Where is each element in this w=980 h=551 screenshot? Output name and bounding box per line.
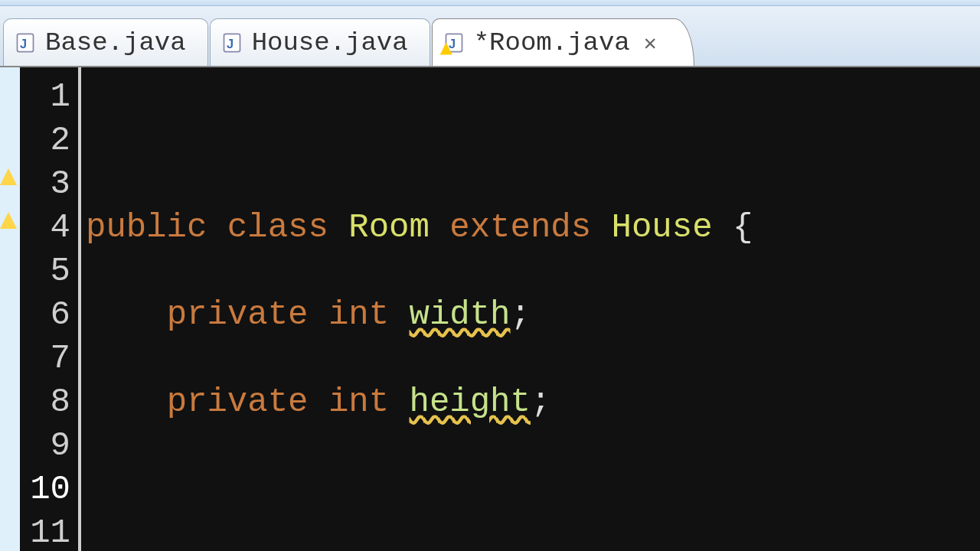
java-file-icon: J (221, 32, 243, 54)
svg-text:J: J (227, 37, 234, 51)
code-area[interactable]: public class Room extends House { privat… (81, 67, 980, 551)
java-file-icon: J (443, 32, 465, 54)
tab-house-java[interactable]: J House.java (210, 18, 430, 66)
close-icon[interactable]: ✕ (644, 30, 657, 56)
line-number: 1 (20, 75, 70, 119)
code-line (86, 468, 980, 511)
tab-base-java[interactable]: J Base.java (3, 18, 208, 66)
code-line: private int width; (86, 293, 980, 337)
line-number: 4 (20, 206, 70, 249)
tab-label: Base.java (45, 28, 186, 57)
line-number: 5 (20, 249, 70, 293)
line-number: 7 (20, 337, 70, 380)
line-number: 2 (20, 119, 70, 162)
code-line: public class Room extends House { (86, 206, 980, 249)
svg-text:J: J (20, 37, 27, 51)
code-line (86, 119, 980, 162)
line-number: 6 (20, 293, 70, 337)
tab-bar: J Base.java J House.java J *Room.java ✕ (0, 6, 980, 67)
warning-icon[interactable] (0, 212, 17, 229)
svg-text:J: J (449, 37, 456, 51)
line-number: 10 (20, 468, 70, 511)
line-number-gutter: 1 2 3 4 5 6 7 8 9 10 11 (20, 67, 81, 551)
tab-label: House.java (252, 28, 408, 57)
window-chrome (0, 0, 980, 6)
editor: 1 2 3 4 5 6 7 8 9 10 11 public class Roo… (0, 67, 980, 551)
line-number: 11 (20, 511, 70, 551)
line-number: 8 (20, 380, 70, 424)
tab-room-java[interactable]: J *Room.java ✕ (432, 18, 694, 66)
tab-label: *Room.java (474, 28, 630, 57)
warning-icon[interactable] (0, 168, 17, 185)
code-line: private int height; (86, 380, 980, 424)
marker-strip (0, 67, 20, 551)
line-number: 9 (20, 424, 70, 468)
java-file-icon: J (15, 32, 36, 54)
line-number: 3 (20, 162, 70, 206)
